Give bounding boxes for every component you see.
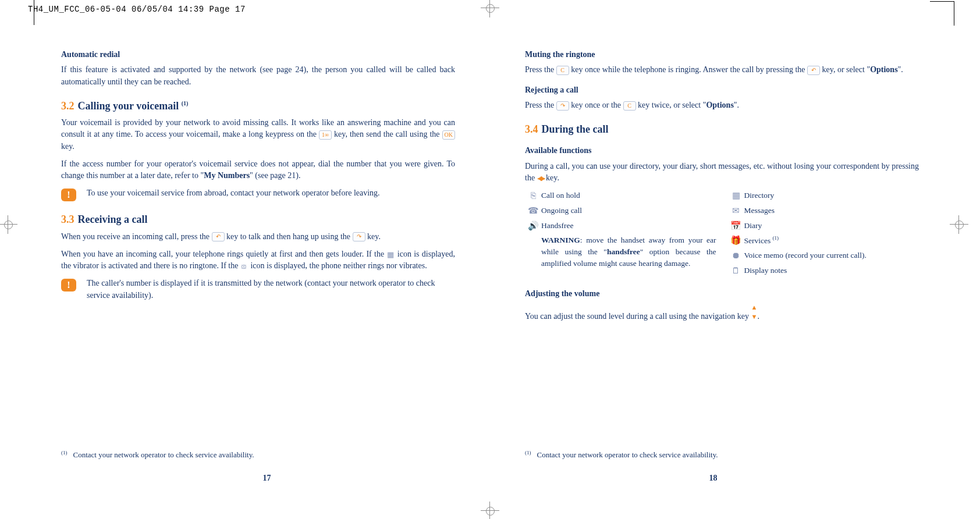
hangup-key-icon: ↷ [353, 232, 365, 241]
text-fragment: key. [365, 232, 381, 241]
diary-icon: 📅 [728, 220, 744, 233]
list-item: 📅Diary [728, 220, 919, 233]
footnote: (1)Contact your network operator to chec… [61, 449, 473, 461]
heading-adjusting-volume: Adjusting the volume [525, 288, 919, 300]
pickup-key-icon: ↶ [807, 66, 820, 75]
functions-col-left: ⎘Call on hold ☎Ongoing call 🔊Handsfree W… [525, 190, 716, 280]
text-fragment: When you receive an incoming call, press… [61, 232, 212, 241]
body-text: During a call, you can use your director… [525, 161, 919, 184]
hold-icon: ⎘ [525, 190, 541, 202]
body-text: You can adjust the sound level during a … [525, 303, 919, 322]
text-fragment: key to talk and then hang up using the [225, 232, 353, 241]
list-label: Voice memo (record your current call). [744, 250, 919, 261]
alert-icon: ! [61, 279, 76, 292]
footnote: (1)Contact your network operator to chec… [525, 449, 919, 461]
list-item: ⏺Voice memo (record your current call). [728, 250, 919, 262]
handsfree-icon: 🔊 [525, 220, 541, 233]
body-text: Press the ↷ key once or the C key twice,… [525, 99, 919, 111]
list-label: Call on hold [541, 190, 716, 201]
list-label: Diary [744, 220, 919, 232]
list-label: Messages [744, 205, 919, 216]
list-item: 🗒Display notes [728, 265, 919, 278]
functions-col-right: ▦Directory ✉Messages 📅Diary 🎁Services (1… [728, 190, 919, 280]
page-number: 18 [490, 472, 936, 484]
text-fragment: " (see page 21). [250, 171, 300, 180]
text-fragment: key, or select " [820, 65, 870, 74]
list-label: Ongoing call [541, 205, 716, 216]
footnote-marker: (1) [61, 450, 68, 456]
bold-text: WARNING [541, 236, 580, 244]
text-fragment: During a call, you can use your director… [525, 162, 919, 182]
c-key-icon: C [623, 101, 636, 111]
text-fragment: You can adjust the sound level during a … [525, 312, 751, 321]
note-block: ! The caller's number is displayed if it… [61, 278, 455, 301]
bold-text: My Numbers [204, 171, 250, 180]
nav-up-down-icon: ▲▼ [751, 303, 758, 322]
registration-mark-icon [484, 505, 496, 517]
text-fragment: . [757, 312, 759, 321]
note-text: The caller's number is displayed if it i… [87, 278, 455, 301]
footnote-text: Contact your network operator to check s… [537, 450, 718, 459]
handsfree-warning: WARNING: move the handset away from your… [541, 234, 716, 269]
heading-rejecting-call: Rejecting a call [525, 84, 919, 96]
text-fragment: key once or the [569, 101, 623, 109]
nav-left-right-icon: ◀▶ [537, 175, 544, 182]
hangup-key-icon: ↷ [556, 101, 569, 111]
ok-key-icon: OK [442, 130, 455, 140]
list-item: 🎁Services (1) [728, 234, 919, 247]
services-icon: 🎁 [728, 234, 744, 247]
ongoing-call-icon: ☎ [525, 205, 541, 218]
text-fragment: key. [544, 173, 559, 182]
heading-automatic-redial: Automatic redial [61, 49, 455, 61]
silent-icon: ⦻ [240, 262, 248, 271]
footnote-ref: (1) [182, 100, 189, 106]
crop-header-text: TH4_UM_FCC_06-05-04 06/05/04 14:39 Page … [28, 5, 246, 14]
crop-mark [930, 1, 954, 2]
section-3-2-heading: 3.2Calling your voicemail (1) [61, 98, 455, 113]
bold-text: handsfree [607, 247, 640, 256]
text-fragment: key. [61, 142, 74, 151]
section-3-3-heading: 3.3Receiving a call [61, 212, 455, 227]
note-text: To use your voicemail service from abroa… [87, 187, 455, 199]
list-item: ⎘Call on hold [525, 190, 716, 202]
vibrate-icon: ▦ [386, 251, 395, 259]
text-fragment: key twice, or select " [636, 101, 706, 109]
registration-mark-icon [2, 219, 14, 230]
body-text: If the access number for your operator's… [61, 158, 455, 182]
note-block: ! To use your voicemail service from abr… [61, 187, 455, 201]
body-text: Your voicemail is provided by your netwo… [61, 117, 455, 152]
directory-icon: ▦ [728, 190, 744, 202]
footnote-marker: (1) [525, 450, 531, 456]
text-fragment: ". [734, 101, 739, 109]
text-fragment: Press the [525, 65, 556, 74]
text-fragment: key, then send the call using the [332, 130, 442, 138]
section-3-4-heading: 3.4During the call [525, 122, 919, 137]
crop-mark [954, 1, 954, 26]
heading-muting-ringtone: Muting the ringtone [525, 49, 919, 61]
registration-mark-icon [953, 219, 965, 230]
section-title: Receiving a call [78, 214, 148, 225]
voice-memo-icon: ⏺ [728, 250, 744, 262]
crop-mark [34, 0, 34, 25]
page-18: Muting the ringtone Press the C key once… [490, 41, 936, 496]
page-number: 17 [44, 472, 490, 484]
section-number: 3.4 [525, 123, 538, 135]
notes-icon: 🗒 [728, 265, 744, 278]
text-fragment: When you have an incoming call, your tel… [61, 250, 386, 258]
body-text: When you have an incoming call, your tel… [61, 248, 455, 272]
section-title: During the call [542, 123, 609, 135]
functions-list: ⎘Call on hold ☎Ongoing call 🔊Handsfree W… [525, 190, 919, 280]
alert-icon: ! [61, 189, 76, 201]
list-label: Services (1) [744, 234, 919, 246]
text-fragment: ". [898, 65, 903, 74]
list-label: Handsfree [541, 220, 716, 232]
messages-icon: ✉ [728, 205, 744, 218]
c-key-icon: C [556, 66, 569, 75]
bold-text: Options [706, 101, 733, 109]
body-text: If this feature is activated and support… [61, 64, 455, 88]
list-item: 🔊Handsfree [525, 220, 716, 233]
footnote-text: Contact your network operator to check s… [73, 450, 254, 459]
text-fragment: icon is displayed, the phone neither rin… [248, 261, 427, 270]
list-label: Directory [744, 190, 919, 201]
registration-mark-icon [484, 2, 496, 14]
